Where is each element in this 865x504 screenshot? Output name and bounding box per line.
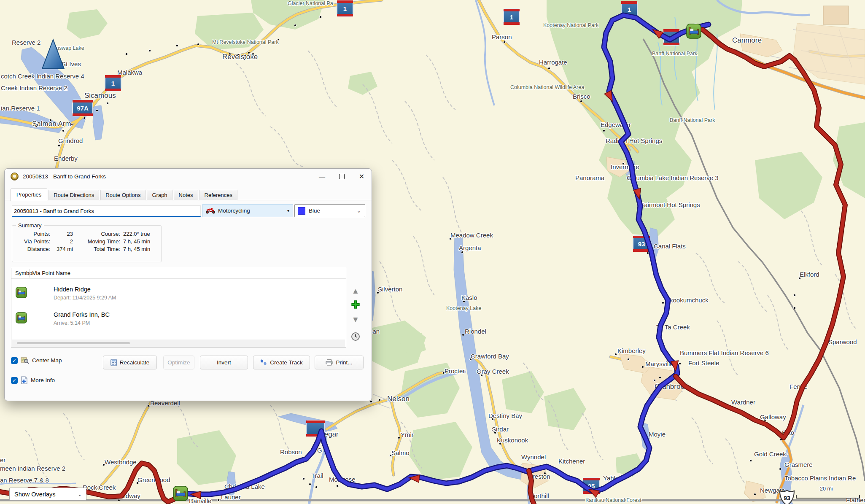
column-via-point-name: Via Point Name [32, 270, 70, 276]
document-plus-icon [21, 376, 28, 384]
map-label: Gray Creek [477, 368, 509, 375]
tab-references[interactable]: References [199, 190, 237, 200]
show-overlays-dropdown[interactable]: Show Overlays ⌄ [9, 488, 86, 501]
show-overlays-label: Show Overlays [14, 491, 56, 498]
map-label: Salmo [391, 449, 410, 456]
activity-dropdown[interactable]: Motorcycling ▾ [202, 204, 293, 217]
create-track-button[interactable]: Create Track [253, 356, 310, 369]
summary-label: Total Time: [73, 245, 120, 253]
highway-shield: 97A [73, 100, 93, 116]
map-label: Robson [280, 448, 302, 455]
print-button[interactable]: Print... [315, 356, 364, 369]
invert-button[interactable]: Invert [200, 356, 248, 369]
map-label: Kuskonook [497, 437, 528, 444]
tab-route-directions[interactable]: Route Directions [49, 190, 99, 200]
more-info-row: ✓ More Info [11, 376, 55, 384]
map-label: Elkford [800, 271, 819, 278]
via-point-detail: Depart: 11/4/2025 9:29 AM [54, 295, 116, 301]
column-symbol: Symbol [15, 270, 33, 276]
add-via-point-button[interactable] [350, 299, 361, 310]
map-label: Panorama [575, 174, 605, 181]
map-label: Canal Flats [654, 243, 686, 250]
route-name-input[interactable] [12, 205, 201, 217]
highway-shield: 1 [337, 0, 353, 16]
map-label: G [317, 447, 322, 454]
svg-text:1: 1 [628, 6, 631, 13]
dialog-title: 20050813 - Banff to Grand Forks [23, 173, 106, 180]
clock-icon [351, 332, 360, 341]
lodging-waypoint-icon [16, 312, 27, 323]
lodging-waypoint-icon[interactable] [173, 486, 188, 501]
track-footprints-icon [260, 359, 267, 366]
via-point-list[interactable]: Symbol Via Point Name Hidden Ridge Depar… [11, 268, 346, 348]
tab-strip: Properties Route Directions Route Option… [11, 189, 239, 200]
chevron-down-icon: ⌄ [357, 208, 361, 214]
map-label: Trail [311, 472, 323, 479]
map-label: Glacier National Pa [288, 0, 333, 6]
map-label: Skookumchuck [666, 296, 709, 304]
summary-legend: Summary [16, 222, 44, 229]
svg-text:93: 93 [638, 240, 645, 248]
summary-label: Points: [13, 230, 50, 237]
move-down-button[interactable]: ▼ [350, 314, 361, 326]
dropdown-arrow-icon: ▾ [287, 208, 289, 213]
tab-notes[interactable]: Notes [174, 190, 198, 200]
map-label: Kaniksu National Forest [585, 497, 641, 503]
highway-shield: 1 [105, 75, 121, 91]
map-label: Ymir [401, 431, 414, 438]
create-track-label: Create Track [270, 359, 302, 366]
move-up-button[interactable]: ▲ [350, 286, 361, 297]
more-info-checkbox[interactable]: ✓ [11, 377, 18, 384]
scale-label: 20 mi [820, 486, 833, 492]
map-label: Nelson [387, 395, 410, 403]
svg-text:1: 1 [111, 80, 115, 87]
map-label: ian Reserve 1 [1, 105, 40, 112]
activity-label: Motorcycling [218, 208, 250, 214]
map-label: Grasmere [784, 461, 813, 468]
summary-value: 23 [50, 230, 73, 237]
svg-text:97A: 97A [77, 105, 89, 112]
maximize-button[interactable] [332, 169, 352, 184]
center-map-checkbox[interactable]: ✓ [11, 357, 18, 364]
map-label: Fort Steele [688, 359, 719, 367]
center-map-label: Center Map [32, 357, 62, 364]
scrollbar-thumb[interactable] [17, 342, 130, 344]
invert-label: Invert [217, 359, 231, 366]
map-label: Silverton [378, 286, 402, 293]
summary-label: Distance: [13, 245, 50, 253]
map-label: Reserve 2 [12, 39, 40, 46]
map-label: Brisco [573, 93, 590, 100]
tab-route-options[interactable]: Route Options [100, 190, 146, 200]
optimize-label: Optimize [167, 359, 190, 366]
motorcycle-icon [205, 208, 216, 214]
schedule-button[interactable] [350, 331, 361, 342]
optimize-button[interactable]: Optimize [163, 356, 194, 369]
chevron-down-icon: ⌄ [78, 491, 82, 497]
summary-value: 7 h, 45 min [120, 245, 161, 253]
map-label: Canmore [732, 36, 762, 44]
map-label: Revelstoke [222, 53, 258, 61]
recalculate-button[interactable]: Recalculate [103, 356, 157, 369]
list-item[interactable]: Hidden Ridge Depart: 11/4/2025 9:29 AM [11, 284, 346, 308]
color-dropdown[interactable]: Blue ⌄ [294, 204, 365, 217]
color-swatch [298, 207, 305, 215]
lodging-waypoint-icon[interactable] [687, 24, 701, 38]
summary-value: 374 mi [50, 245, 73, 253]
printer-icon [326, 359, 333, 366]
horizontal-scrollbar[interactable] [12, 340, 345, 347]
minimize-button[interactable]: — [312, 169, 332, 184]
map-label: Banff National Park [670, 117, 715, 123]
map-label: Sirdar [492, 426, 509, 433]
map-label: Greenwood [137, 476, 170, 483]
summary-label: Moving Time: [73, 237, 120, 245]
tab-properties[interactable]: Properties [11, 189, 47, 201]
map-label: Kimberley [617, 347, 646, 354]
tab-graph[interactable]: Graph [147, 190, 172, 200]
list-item[interactable]: Grand Forks Inn, BC Arrive: 5:14 PM [11, 310, 346, 333]
map-label: Wynndel [521, 453, 546, 461]
svg-text:1: 1 [510, 13, 513, 21]
map-label: Fairmont Hot Springs [640, 201, 700, 208]
map-label: Argenta [459, 244, 481, 251]
dialog-titlebar[interactable]: 20050813 - Banff to Grand Forks — ✕ [5, 169, 372, 184]
close-button[interactable]: ✕ [352, 169, 372, 184]
